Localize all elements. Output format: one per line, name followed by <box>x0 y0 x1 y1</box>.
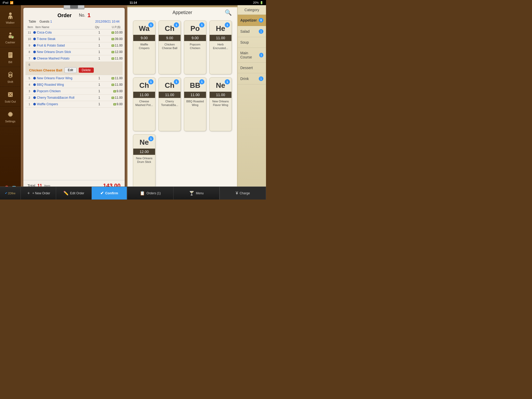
svg-text:$: $ <box>12 36 13 39</box>
row-price: % 11.00 <box>104 44 123 47</box>
menu-item-bbq-roasted-wing[interactable]: 1 BB 11.00 BBQ RoastedWing <box>184 77 206 131</box>
row-num: 2 <box>25 96 33 99</box>
edit-order-button[interactable]: ✏️ Edit Order <box>56 187 91 200</box>
orders-button[interactable]: 📋 Orders (1) <box>127 187 174 200</box>
menu-item-chicken-cheese-ball[interactable]: 1 Ch 9.00 ChickenCheese Ball <box>158 21 181 74</box>
new-order-label: + New Order <box>32 191 50 195</box>
menu-item-price: 11.00 <box>133 92 155 98</box>
order-table: Table Guests 1 <box>29 20 52 23</box>
plus-icon: ＋ <box>26 190 31 196</box>
cat-item-drink[interactable]: Drink 1 <box>238 73 266 84</box>
menu-item-herb-encrusted[interactable]: 1 He 11.00 HerbEncrusted... <box>209 21 232 74</box>
cat-label: Dessert <box>240 66 253 70</box>
menu-item-new-orleans-flavor-wing[interactable]: 1 Ne 11.00 New OrleansFlavor Wing <box>209 77 232 131</box>
col-qty: Qty <box>92 25 102 29</box>
menu-panel: Appetizer 🔍 1 Wa 9.00 WaffleCrispers 1 C… <box>127 5 237 200</box>
new-order-button[interactable]: ＋ + New Order <box>21 187 56 200</box>
search-icon[interactable]: 🔍 <box>225 9 232 16</box>
category-sidebar: Category Appetizer 8 Salad 1 Soup Main C… <box>237 5 266 200</box>
table-row-selected[interactable]: 6 Chicken Cheese Ball Edit Delete <box>25 62 123 75</box>
category-header: Category <box>238 5 266 15</box>
cat-item-dessert[interactable]: Dessert <box>238 63 266 73</box>
order-panel: Order No. 1 Table Guests 1 2012/09/21 10… <box>21 5 127 200</box>
row-name: New Orleans Drum Stick <box>33 50 94 54</box>
sidebar-item-settings[interactable]: Settings <box>0 107 21 126</box>
cat-label: Main Course <box>240 51 259 59</box>
menu-item-price: 11.00 <box>210 35 231 41</box>
edit-button[interactable]: Edit <box>64 67 77 73</box>
sidebar-item-walker[interactable]: Walker <box>0 8 21 28</box>
row-price: % 9.00 <box>104 89 123 93</box>
qty-badge: 1 <box>225 79 230 84</box>
col-price: U.P.($) <box>102 25 121 29</box>
menu-item-name: WaffleCrispers <box>138 41 151 52</box>
order-header: Order No. 1 Table Guests 1 2012/09/21 10… <box>23 8 125 25</box>
soldout-icon <box>6 90 15 99</box>
table-row[interactable]: 7 Cheese Mashed Potato 1 % 11.00 <box>25 55 123 62</box>
sidebar-item-soldout[interactable]: Sold Out <box>0 87 21 107</box>
row-num: 8 <box>25 50 33 54</box>
menu-item-price: 11.00 <box>210 92 231 98</box>
menu-content: Appetizer 🔍 1 Wa 9.00 WaffleCrispers 1 C… <box>128 7 237 197</box>
table-row[interactable]: 3 Popcorn Chicken 1 % 9.00 <box>25 88 123 95</box>
menu-item-price: 12.00 <box>133 149 155 155</box>
cat-badge: 1 <box>259 76 263 81</box>
row-num: 9 <box>25 44 33 47</box>
row-price: % 11.00 <box>104 83 123 87</box>
qty-badge: 1 <box>148 79 154 84</box>
table-row[interactable]: 5 New Orleans Flavor Wing 1 % 11.00 <box>25 75 123 82</box>
row-name: Waffle Crispers <box>33 102 94 106</box>
menu-item-new-orleans-drum-stick[interactable]: 1 Ne 12.00 New OrleansDrum Stick <box>133 134 155 188</box>
order-number-label: No. <box>79 13 85 18</box>
sidebar-item-bill[interactable]: Bill <box>0 47 21 67</box>
cat-badge: 1 <box>259 29 263 34</box>
col-name: Item Name <box>35 25 92 29</box>
charge-button[interactable]: ¥ Charge <box>220 187 266 200</box>
cat-item-salad[interactable]: Salad 1 <box>238 26 266 37</box>
row-num: 4 <box>25 83 33 86</box>
svg-point-0 <box>9 12 12 15</box>
table-row[interactable]: 10 T-bone Steak 1 % 39.00 <box>25 36 123 42</box>
settings-label: Settings <box>5 120 16 123</box>
menu-item-popcorn-chicken[interactable]: 1 Po 9.00 PopcornChicken <box>184 21 206 74</box>
table-row[interactable]: 9 Fruit & Potato Salad 1 % 11.00 <box>25 42 123 49</box>
cat-label: Soup <box>240 40 249 44</box>
sidebar-item-shift[interactable]: Shift <box>0 67 21 87</box>
selected-item-actions: Chicken Cheese Ball Edit Delete <box>25 66 123 74</box>
menu-item-cherry-tomato-bacon[interactable]: 1 Ch 11.00 CherryTomato&Ba... <box>158 77 181 131</box>
table-row[interactable]: 11 Coca-Cola 1 % 10.00 <box>25 29 123 36</box>
menu-item-cheese-mashed-potato[interactable]: 1 Ch 11.00 CheeseMashed Pot... <box>133 77 155 131</box>
device-label: iPad <box>3 1 8 4</box>
row-qty: 1 <box>94 37 104 41</box>
menu-item-waffle-crispers[interactable]: 1 Wa 9.00 WaffleCrispers <box>133 21 155 74</box>
menu-button[interactable]: 🍸 Menu <box>174 187 220 200</box>
cat-item-soup[interactable]: Soup <box>238 37 266 48</box>
cat-item-appetizer[interactable]: Appetizer 8 <box>238 15 266 26</box>
menu-item-price: 9.00 <box>133 35 155 41</box>
shift-icon <box>6 70 15 79</box>
row-name: Fruit & Potato Salad <box>33 44 94 47</box>
cashier-label: Cashier <box>5 41 15 44</box>
table-row[interactable]: 2 Cherry Tomato&Bacon Roll 1 % 11.00 <box>25 95 123 101</box>
cashier-icon: $ <box>6 31 15 40</box>
cat-badge: 1 <box>259 53 263 57</box>
delete-button[interactable]: Delete <box>79 68 94 73</box>
menu-item-price: 11.00 <box>159 92 181 98</box>
table-row[interactable]: 8 New Orleans Drum Stick 1 % 12.00 <box>25 49 123 55</box>
battery-label: 20% <box>253 1 259 4</box>
confirm-button[interactable]: ✔ Confirm <box>92 187 127 200</box>
cat-item-main-course[interactable]: Main Course 1 <box>238 48 266 63</box>
menu-label: Menu <box>196 191 204 195</box>
sidebar-item-cashier[interactable]: $ Cashier <box>0 28 21 47</box>
row-name: Coca-Cola <box>33 31 94 34</box>
table-row[interactable]: 1 Waffle Crispers 1 % 9.00 <box>25 101 123 108</box>
soldout-label: Sold Out <box>5 100 16 103</box>
status-left: iPad 📶 <box>3 1 14 4</box>
charge-label: Charge <box>240 191 250 195</box>
qty-badge: 1 <box>174 22 179 28</box>
menu-top-bar: Appetizer 🔍 <box>128 7 237 18</box>
walker-label: Walker <box>6 21 15 24</box>
order-title: Order No. 1 <box>28 12 121 19</box>
table-row[interactable]: 4 BBQ Roasted Wing 1 % 11.00 <box>25 82 123 88</box>
row-qty: 1 <box>94 44 104 47</box>
